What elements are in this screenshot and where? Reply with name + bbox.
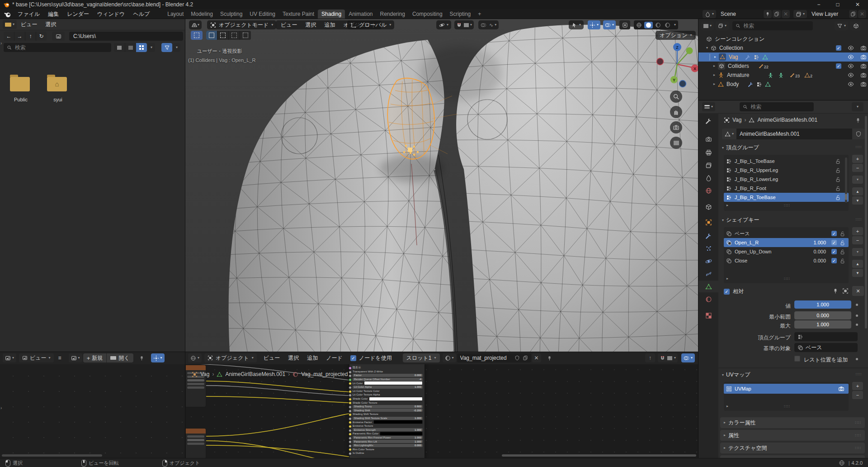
vertex-group-specials-dropdown[interactable]: ▾ xyxy=(852,176,863,184)
scene-unlink-button[interactable]: ✕ xyxy=(782,10,790,18)
scene-pin-icon[interactable] xyxy=(764,10,772,18)
lock-icon[interactable] xyxy=(835,195,841,200)
disable-render-camera-icon[interactable] xyxy=(860,54,867,60)
animate-dot[interactable] xyxy=(856,358,858,360)
select-mode-new[interactable] xyxy=(206,31,217,40)
fake-user-shield-button[interactable] xyxy=(852,129,865,139)
vertex-groups-panel-header[interactable]: ▾頂点グループ xyxy=(722,144,759,152)
scene-type-button[interactable]: ▾ xyxy=(703,10,716,18)
tab-data[interactable] xyxy=(698,281,718,292)
display-horizontal-list-button[interactable] xyxy=(125,43,136,52)
material-pin-icon[interactable] xyxy=(547,355,552,361)
image-editor-expand-icon[interactable]: › xyxy=(0,405,2,410)
shader-editor-canvas[interactable] xyxy=(185,364,698,458)
uv-map-row-selected[interactable]: UVMap xyxy=(724,384,849,394)
hide-eye-icon[interactable] xyxy=(848,63,854,69)
shading-solid-button[interactable] xyxy=(644,22,653,29)
sidebar-collapse-icon[interactable]: ‹ xyxy=(648,50,650,55)
zoom-button[interactable] xyxy=(670,91,682,103)
filter-toggle-button[interactable] xyxy=(161,43,172,52)
node-input-row[interactable]: Rim Color Texture xyxy=(349,447,425,451)
node-input-row[interactable]: Shading Shift Texture Scale1.000 xyxy=(349,416,425,420)
properties-pin-icon[interactable] xyxy=(855,117,861,124)
refresh-button[interactable]: ↻ xyxy=(36,32,47,41)
vertex-group-add-button[interactable]: + xyxy=(852,155,863,163)
attributes-panel-header[interactable]: ▸属性∷∷ xyxy=(720,430,865,441)
shape-key-specials-dropdown[interactable]: ▾ xyxy=(852,248,863,256)
disable-render-camera-icon[interactable] xyxy=(860,81,867,87)
hide-eye-icon[interactable] xyxy=(848,72,854,78)
mesh-browse-dropdown[interactable]: ▾ xyxy=(722,129,736,139)
shape-key-remove-button[interactable]: − xyxy=(852,236,863,244)
tab-uv-editing[interactable]: UV Editing xyxy=(246,10,279,19)
vertex-group-row[interactable]: J_Bip_R_Foot xyxy=(724,184,849,193)
hide-eye-icon[interactable] xyxy=(848,45,854,51)
material-copy-icon[interactable] xyxy=(523,355,528,361)
viewport-view-menu[interactable]: ビュー xyxy=(277,20,302,29)
tab-scripting[interactable]: Scripting xyxy=(446,10,475,19)
relative-to-field[interactable]: ベース xyxy=(794,343,858,352)
vertex-group-row-selected[interactable]: J_Bip_R_ToeBase xyxy=(724,193,849,202)
lock-icon[interactable] xyxy=(835,158,841,164)
shading-dropdown[interactable]: ▾ xyxy=(673,23,677,27)
node-input-row[interactable]: Shade Color Texture xyxy=(349,400,425,405)
show-overlays-toggle[interactable]: ▾ xyxy=(603,20,616,29)
select-mode-invert[interactable] xyxy=(240,31,251,40)
properties-scrollbar[interactable] xyxy=(865,116,867,329)
active-tool-select-box[interactable] xyxy=(191,31,203,40)
add-workspace-button[interactable]: + xyxy=(474,10,485,19)
xray-toggle[interactable] xyxy=(619,20,630,29)
material-name-field[interactable]: Vag_mat_projected xyxy=(457,353,531,362)
exclude-checkbox[interactable] xyxy=(836,63,841,69)
folder-item-public[interactable]: Public xyxy=(10,77,32,102)
disable-render-camera-icon[interactable] xyxy=(860,45,867,51)
image-editor-hscrollbar[interactable] xyxy=(2,454,102,457)
vertex-group-move-up-button[interactable]: ▲ xyxy=(852,187,863,195)
list-scrollbar[interactable] xyxy=(845,157,847,203)
tab-animation[interactable]: Animation xyxy=(345,10,376,19)
tab-material[interactable] xyxy=(698,293,718,305)
animate-dot[interactable] xyxy=(856,304,858,306)
vertex-group-move-down-button[interactable]: ▼ xyxy=(852,196,863,205)
shape-key-row[interactable]: ベース xyxy=(724,229,849,238)
node-input-row[interactable]: Shade Color xyxy=(349,397,425,401)
image-datablock-dropdown[interactable]: ▾ xyxy=(69,353,82,362)
use-nodes-checkbox[interactable] xyxy=(350,355,356,361)
display-size-dropdown[interactable]: ▾ xyxy=(148,43,155,52)
minimize-button[interactable]: − xyxy=(809,1,828,8)
tab-rendering[interactable]: Rendering xyxy=(377,10,409,19)
animate-dot[interactable] xyxy=(856,324,858,326)
image-editor-canvas[interactable] xyxy=(0,364,185,458)
node-snap-mode-icon[interactable] xyxy=(667,356,672,360)
mesh-name-field[interactable]: AnimeGirlBaseMesh.001 xyxy=(736,129,852,139)
material-slot-dropdown[interactable]: スロット1▾ xyxy=(403,353,440,362)
tab-scene[interactable] xyxy=(698,172,718,184)
shader-editor-hscrollbar[interactable] xyxy=(502,454,696,457)
snap-mode-dropdown[interactable]: ▾ xyxy=(464,23,472,27)
list-resize-grip[interactable]: ∷∷ xyxy=(784,404,790,409)
view-layer-remove-button[interactable]: ✕ xyxy=(858,10,866,18)
hide-eye-icon[interactable] xyxy=(848,81,854,87)
pivot-point-dropdown[interactable]: ▾ xyxy=(436,20,451,29)
tab-modifiers[interactable] xyxy=(698,230,718,242)
vertex-group-row[interactable]: J_Bip_R_LowerLeg xyxy=(724,175,849,184)
back-button[interactable]: ← xyxy=(4,32,14,41)
axis-gizmo[interactable]: Z X Y xyxy=(656,41,698,88)
range-max-field[interactable]: 1.000 xyxy=(794,320,851,329)
file-browser-expand-icon[interactable]: › xyxy=(0,41,2,46)
node-input-row[interactable]: Lit Color Alpha1.000 xyxy=(349,385,425,389)
filter-dropdown[interactable]: ▾ xyxy=(173,43,180,52)
node-snap-dropdown[interactable]: ▾ xyxy=(674,356,676,360)
scene-name-field[interactable]: Scene xyxy=(717,10,763,18)
properties-search-input[interactable] xyxy=(740,102,814,111)
tab-view-layer[interactable] xyxy=(698,159,718,171)
outliner-search-input[interactable] xyxy=(732,21,813,30)
transform-orientation-dropdown[interactable]: グローバル ▾ xyxy=(347,20,394,29)
viewport-editor-type[interactable]: ▾ xyxy=(189,20,202,29)
tab-physics[interactable] xyxy=(698,255,718,267)
viewport-add-menu[interactable]: 追加 xyxy=(321,20,340,29)
outliner-display-mode-dropdown[interactable]: ▾ xyxy=(701,21,714,30)
show-gizmo-toggle[interactable]: ▾ xyxy=(588,20,600,29)
shading-wireframe-button[interactable] xyxy=(635,22,643,28)
file-browser-type-button[interactable]: ▾ xyxy=(3,20,17,29)
